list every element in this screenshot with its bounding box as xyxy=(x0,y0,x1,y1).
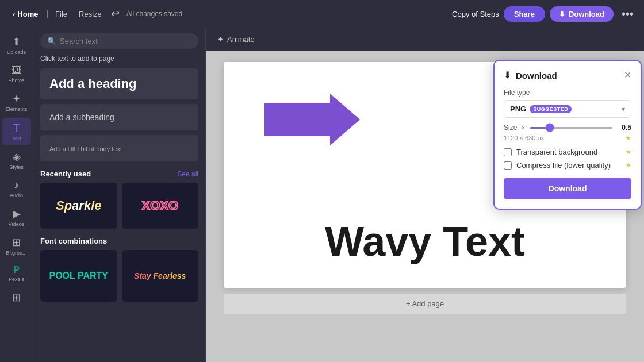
photos-icon: 🖼 xyxy=(12,64,22,76)
animate-label: Animate xyxy=(227,35,255,44)
videos-icon: ▶ xyxy=(13,207,21,220)
download-header-icon: ⬇ xyxy=(559,10,565,18)
file-type-left: PNG SUGGESTED xyxy=(510,105,572,113)
arrow-body xyxy=(264,103,330,136)
stay-fearless-item[interactable]: Stay Fearless xyxy=(122,250,199,302)
animate-button[interactable]: ✦ Animate xyxy=(213,33,259,46)
suggested-badge: SUGGESTED xyxy=(530,105,572,113)
topbar-left: ‹ Home | File Resize ↩ All changes saved xyxy=(7,5,182,22)
canvas-area: ✦ Animate Wavy Text + Add page ⬇ Dow xyxy=(206,28,644,362)
pool-party-item[interactable]: POOL PARTY xyxy=(40,250,117,302)
sparkle-text: Sparkle xyxy=(56,198,102,213)
panel-search-area: 🔍 xyxy=(33,28,205,55)
transparent-star-icon: ★ xyxy=(626,148,631,156)
compress-row: Compress file (lower quality) ★ xyxy=(504,161,631,170)
sidebar-label-background: Bkgrou... xyxy=(6,250,26,256)
panel-content: Click text to add to page Add a heading … xyxy=(33,55,205,362)
add-body-block[interactable]: Add a little bit of body text xyxy=(40,135,198,161)
more-options-button[interactable]: ••• xyxy=(618,5,637,23)
see-all-button[interactable]: See all xyxy=(177,170,198,178)
search-wrapper: 🔍 xyxy=(40,33,198,49)
popup-header: ⬇ Download ✕ xyxy=(504,70,631,80)
home-label: Home xyxy=(17,10,38,18)
sidebar-label-audio: Audio xyxy=(10,192,23,198)
transparent-bg-row: Transparent background ★ xyxy=(504,148,631,156)
left-sidebar: ⬆ Uploads 🖼 Photos ✦ Elements T Text ◈ S… xyxy=(0,28,33,362)
size-x-button[interactable]: × xyxy=(522,125,525,131)
sidebar-item-apps[interactable]: ⊞ xyxy=(2,288,31,309)
sidebar-label-photos: Photos xyxy=(8,78,24,83)
styles-icon: ◈ xyxy=(13,151,21,163)
animate-icon: ✦ xyxy=(217,35,224,44)
size-slider[interactable] xyxy=(530,127,613,129)
sidebar-item-elements[interactable]: ✦ Elements xyxy=(2,89,31,115)
chevron-left-icon: ‹ xyxy=(13,10,15,18)
add-heading-block[interactable]: Add a heading xyxy=(40,68,198,99)
pro-star-icon: ★ xyxy=(625,134,631,142)
topbar-right: Share ⬇ Download ••• xyxy=(504,5,637,23)
size-label: Size xyxy=(504,124,517,132)
sidebar-item-uploads[interactable]: ⬆ Uploads xyxy=(2,32,31,59)
sidebar-item-audio[interactable]: ♪ Audio xyxy=(2,176,31,202)
sidebar-item-photos[interactable]: 🖼 Photos xyxy=(2,61,31,87)
sidebar-item-background[interactable]: ⊞ Bkgrou... xyxy=(2,233,31,259)
sidebar-item-styles[interactable]: ◈ Styles xyxy=(2,147,31,174)
apps-icon: ⊞ xyxy=(12,291,21,304)
size-row: Size × 0.5 xyxy=(504,124,631,132)
background-icon: ⊞ xyxy=(12,236,21,249)
file-type-value: PNG xyxy=(510,105,526,113)
size-dimensions: 644 × 362 px ★ xyxy=(504,134,631,142)
text-icon: T xyxy=(13,121,20,134)
recently-used-header: Recently used See all xyxy=(40,170,198,178)
arrow-element[interactable] xyxy=(264,94,360,145)
popup-title-label: Download xyxy=(516,71,557,80)
xoxo-text: XOXO xyxy=(141,198,178,213)
compress-checkbox[interactable] xyxy=(504,161,512,170)
text-panel: 🔍 Click text to add to page Add a headin… xyxy=(33,28,206,362)
dropdown-arrow-icon: ▾ xyxy=(622,105,625,113)
elements-icon: ✦ xyxy=(12,93,21,105)
document-name: Copy of Steps xyxy=(452,10,499,18)
pexels-icon: P xyxy=(13,265,20,275)
uploads-icon: ⬆ xyxy=(12,36,21,48)
download-header-button[interactable]: ⬇ Download xyxy=(550,6,614,22)
undo-button[interactable]: ↩ xyxy=(109,5,122,22)
canvas-toolbar: ✦ Animate xyxy=(206,28,644,51)
resize-menu[interactable]: Resize xyxy=(74,7,106,21)
wavy-text-element[interactable]: Wavy Text xyxy=(325,218,525,265)
home-button[interactable]: ‹ Home xyxy=(7,7,44,21)
popup-download-icon: ⬇ xyxy=(504,70,511,80)
sparkle-item[interactable]: Sparkle xyxy=(40,183,117,229)
sidebar-label-pexels: Pexels xyxy=(9,276,24,282)
save-status: All changes saved xyxy=(126,10,182,18)
click-hint: Click text to add to page xyxy=(40,55,198,63)
sidebar-label-styles: Styles xyxy=(9,164,24,170)
topbar-divider: | xyxy=(46,9,48,18)
sidebar-label-videos: Videos xyxy=(9,221,24,227)
sidebar-item-pexels[interactable]: P Pexels xyxy=(2,261,31,286)
compress-label: Compress file (lower quality) xyxy=(516,161,611,170)
share-button[interactable]: Share xyxy=(504,6,545,22)
transparent-bg-label: Transparent background xyxy=(516,148,597,156)
font-combinations-title: Font combinations xyxy=(40,237,107,245)
sidebar-label-elements: Elements xyxy=(6,106,28,112)
subheading-label: Add a subheading xyxy=(49,113,114,122)
popup-close-button[interactable]: ✕ xyxy=(624,71,631,80)
search-input[interactable] xyxy=(60,37,191,45)
dimensions-label: 644 × 362 px xyxy=(504,134,544,141)
popup-title: ⬇ Download xyxy=(504,70,557,80)
file-menu[interactable]: File xyxy=(51,7,72,21)
sidebar-item-videos[interactable]: ▶ Videos xyxy=(2,204,31,230)
file-type-label: File type xyxy=(504,88,631,97)
sidebar-item-text[interactable]: T Text xyxy=(2,118,31,145)
arrow-head xyxy=(330,94,360,145)
xoxo-item[interactable]: XOXO xyxy=(122,183,199,229)
add-page-button[interactable]: + Add page xyxy=(224,294,626,314)
recently-used-grid: Sparkle XOXO xyxy=(40,183,198,229)
file-type-selector[interactable]: PNG SUGGESTED ▾ xyxy=(504,100,631,118)
transparent-bg-checkbox[interactable] xyxy=(504,148,512,156)
popup-download-button[interactable]: Download xyxy=(504,178,631,199)
font-combo-grid: POOL PARTY Stay Fearless xyxy=(40,250,198,302)
add-subheading-block[interactable]: Add a subheading xyxy=(40,104,198,130)
download-popup: ⬇ Download ✕ File type PNG SUGGESTED ▾ S… xyxy=(493,60,642,210)
